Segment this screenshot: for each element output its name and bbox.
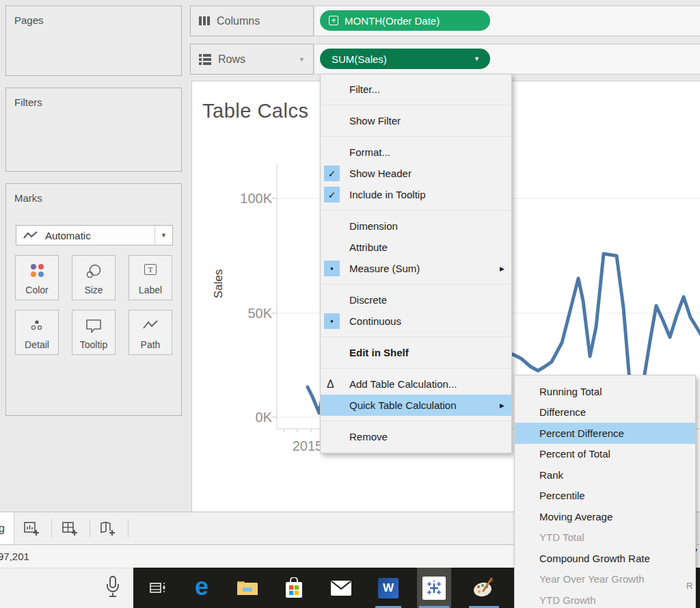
submenu-item-rank[interactable]: Rank xyxy=(515,464,695,486)
submenu-item-running-total[interactable]: Running Total xyxy=(515,381,695,402)
tooltip-icon xyxy=(72,319,115,334)
pages-label: Pages xyxy=(14,14,44,26)
menu-separator xyxy=(321,210,511,211)
menu-item-measure-sum[interactable]: ● Measure (Sum) ▶ xyxy=(321,258,511,279)
columns-shelf-header[interactable]: Columns xyxy=(190,5,314,36)
tableau-window: { "shelves": { "pages": { "label": "Page… xyxy=(0,0,700,608)
filters-shelf[interactable]: Filters xyxy=(5,88,182,172)
submenu-item-percent-difference[interactable]: Percent Difference xyxy=(515,423,695,444)
edge-taskbar-button[interactable]: e xyxy=(187,568,217,608)
submenu-item-compound-growth-rate[interactable]: Compound Growth Rate xyxy=(515,548,695,569)
submenu-item-percentile[interactable]: Percentile xyxy=(515,486,695,507)
word-taskbar-button[interactable]: W xyxy=(373,568,403,608)
submenu-item-ytd-growth: YTD Growth xyxy=(515,590,695,608)
table-calculation-delta-icon: Δ xyxy=(327,378,334,391)
menu-item-discrete[interactable]: Discrete xyxy=(321,289,511,310)
path-button[interactable]: Path xyxy=(129,310,172,355)
rows-shelf-caret-icon[interactable]: ▼ xyxy=(299,56,305,63)
menu-item-dimension[interactable]: Dimension xyxy=(321,215,511,237)
menu-item-add-table-calculation[interactable]: Δ Add Table Calculation... xyxy=(321,373,511,395)
rows-icon xyxy=(199,54,211,65)
pages-shelf[interactable]: Pages xyxy=(5,5,182,76)
submenu-item-moving-average[interactable]: Moving Average xyxy=(515,506,695,527)
label-button[interactable]: T Label xyxy=(129,255,172,300)
microphone-icon[interactable] xyxy=(105,575,121,601)
menu-item-filter[interactable]: Filter... xyxy=(321,79,511,100)
task-view-button[interactable] xyxy=(143,568,173,608)
columns-pill-label: MONTH(Order Date) xyxy=(345,15,440,27)
detail-button[interactable]: Detail xyxy=(15,310,59,355)
size-icon xyxy=(72,264,115,279)
size-button[interactable]: Size xyxy=(72,255,116,300)
mail-icon xyxy=(330,580,352,596)
menu-separator xyxy=(321,368,511,369)
microsoft-store-icon xyxy=(284,577,304,599)
detail-icon xyxy=(16,319,58,332)
new-dashboard-button[interactable] xyxy=(58,517,83,540)
mail-taskbar-button[interactable] xyxy=(326,568,356,608)
rows-shelf-label: Rows xyxy=(218,53,245,66)
paint-taskbar-button[interactable] xyxy=(467,568,501,608)
mark-type-value: Automatic xyxy=(45,230,91,241)
chart-title: Table Calcs xyxy=(202,100,308,122)
rows-shelf-header[interactable]: Rows ▼ xyxy=(190,44,314,75)
submenu-item-difference[interactable]: Difference xyxy=(515,402,695,423)
rows-pill-label: SUM(Sales) xyxy=(332,53,387,65)
mark-type-dropdown[interactable]: Automatic ▼ xyxy=(16,225,173,246)
microsoft-store-taskbar-button[interactable] xyxy=(279,568,309,608)
marks-card: Marks Automatic ▼ Color Size T Label Det… xyxy=(5,183,182,416)
tableau-icon xyxy=(422,577,446,600)
submenu-item-ytd-total: YTD Total xyxy=(515,527,695,548)
new-worksheet-icon xyxy=(23,520,41,537)
menu-separator xyxy=(321,284,511,285)
submenu-arrow-icon: ▶ xyxy=(500,265,504,272)
file-explorer-taskbar-button[interactable] xyxy=(232,568,262,608)
menu-separator xyxy=(321,136,511,137)
color-icon xyxy=(16,264,58,277)
checkbox-checked-icon: ✓ xyxy=(324,187,340,202)
menu-item-continuous[interactable]: ● Continuous xyxy=(321,310,511,332)
quick-table-calculation-submenu: Running Total Difference Percent Differe… xyxy=(514,375,696,608)
menu-item-remove[interactable]: Remove xyxy=(321,426,511,447)
y-axis-title: Sales xyxy=(212,241,226,326)
y-tick-50k: 50K xyxy=(226,306,272,321)
active-sheet-tab[interactable]: g xyxy=(0,512,14,544)
columns-pill-month-order-date[interactable]: + MONTH(Order Date) xyxy=(320,10,490,31)
speech-bar-area xyxy=(0,568,133,608)
submenu-item-percent-of-total[interactable]: Percent of Total xyxy=(515,444,695,465)
word-icon: W xyxy=(378,578,399,598)
menu-item-quick-table-calculation[interactable]: Quick Table Calculation ▶ xyxy=(321,395,511,416)
checkbox-checked-icon: ✓ xyxy=(324,166,340,181)
expand-plus-icon[interactable]: + xyxy=(329,16,338,25)
tooltip-button[interactable]: Tooltip xyxy=(72,310,116,355)
y-tick-100k: 100K xyxy=(226,191,272,207)
menu-item-attribute[interactable]: Attribute xyxy=(321,237,511,258)
tableau-taskbar-button[interactable] xyxy=(417,568,451,608)
color-button[interactable]: Color xyxy=(15,255,59,300)
file-explorer-icon xyxy=(236,579,259,598)
menu-item-show-header[interactable]: ✓ Show Header xyxy=(321,163,511,184)
submenu-item-year-over-year-growth: Year Over Year Growth xyxy=(515,569,695,590)
status-sum-value: 97,201 xyxy=(0,551,29,562)
path-icon xyxy=(129,319,172,331)
menu-separator xyxy=(321,105,511,105)
mark-type-caret[interactable]: ▼ xyxy=(154,226,172,245)
pill-dropdown-caret-icon[interactable]: ▼ xyxy=(474,55,480,62)
rows-pill-sum-sales[interactable]: SUM(Sales) ▼ xyxy=(320,49,490,69)
new-dashboard-icon xyxy=(62,520,79,537)
menu-item-format[interactable]: Format... xyxy=(321,142,511,163)
new-worksheet-button[interactable] xyxy=(20,517,44,540)
pill-context-menu: Filter... Show Filter Format... ✓ Show H… xyxy=(320,74,512,453)
menu-item-show-filter[interactable]: Show Filter xyxy=(321,110,511,131)
marks-label: Marks xyxy=(14,192,42,204)
submenu-arrow-icon: ▶ xyxy=(500,402,504,409)
line-mark-icon xyxy=(23,230,38,240)
menu-item-edit-in-shelf[interactable]: Edit in Shelf xyxy=(321,342,511,363)
new-story-button[interactable] xyxy=(96,517,120,540)
y-tick-0k: 0K xyxy=(226,410,272,425)
radio-selected-icon: ● xyxy=(324,313,340,329)
menu-item-include-in-tooltip[interactable]: ✓ Include in Tooltip xyxy=(321,184,511,205)
partial-occluded-text: R xyxy=(686,581,692,591)
paint-icon xyxy=(472,577,496,599)
new-story-icon xyxy=(99,520,117,537)
